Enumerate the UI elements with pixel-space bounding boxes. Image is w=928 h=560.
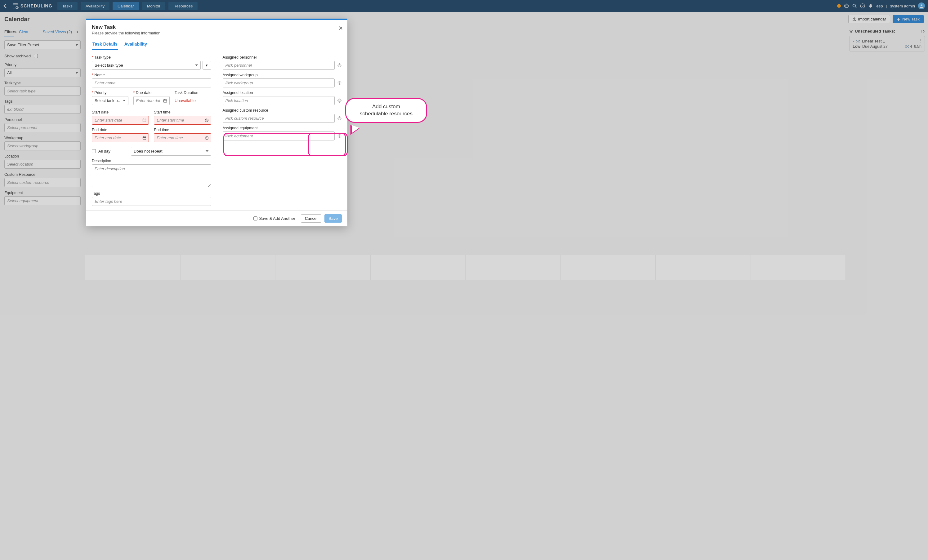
m-workgroup-input[interactable] [223,78,335,87]
m-allday-checkbox[interactable] [92,149,96,153]
modal-tab-details[interactable]: Task Details [92,40,118,50]
m-location-label: Assigned location [223,90,342,95]
gear-icon[interactable] [337,98,342,103]
m-workgroup-label: Assigned workgroup [223,73,342,77]
gear-icon[interactable] [337,63,342,67]
m-allday-label: All day [98,149,110,154]
m-startdate-label: Start date [92,110,149,114]
m-equipment-input[interactable] [223,131,335,140]
m-duration-value: Unavailable [175,96,211,103]
callout-line: schedulable resources [354,110,418,117]
m-starttime-input[interactable] [154,116,211,125]
m-name-label: Name [92,73,211,77]
m-endtime-label: End time [154,128,211,132]
m-tags-input[interactable] [92,197,211,206]
gear-icon[interactable] [337,134,342,138]
gear-icon[interactable] [337,116,342,121]
m-location-input[interactable] [223,96,335,105]
m-custom-label: Assigned custom resource [223,108,342,113]
m-personnel-input[interactable] [223,61,335,70]
modal-title: New Task [92,24,342,31]
m-duration-label: Task Duration [175,90,211,95]
m-personnel-label: Assigned personnel [223,55,342,60]
callout-line: Add custom [354,103,418,110]
m-priority-select[interactable]: Select task p… [92,96,128,105]
m-priority-label: Priority [92,90,128,95]
svg-point-16 [339,100,340,101]
annotation-callout: Add custom schedulable resources [345,98,427,123]
modal-close-icon[interactable]: ✕ [338,25,343,32]
m-enddate-label: End date [92,128,149,132]
modal-subtitle: Please provide the following information [92,31,342,35]
new-task-modal: ✕ New Task Please provide the following … [86,18,347,226]
m-desc-label: Description [92,159,211,163]
m-startdate-input[interactable] [92,116,149,125]
m-tags-label: Tags [92,191,211,196]
svg-point-15 [339,82,340,83]
svg-point-17 [339,117,340,119]
m-tasktype-extra-dropdown[interactable]: ▾ [203,61,211,70]
m-custom-input[interactable] [223,114,335,123]
m-due-label: Due date [133,90,170,95]
m-tasktype-select[interactable]: Select task type [92,61,201,70]
m-desc-textarea[interactable] [92,164,211,187]
m-enddate-input[interactable] [92,133,149,142]
m-equipment-label: Assigned equipment [223,126,342,130]
cancel-button[interactable]: Cancel [301,214,321,223]
gear-icon[interactable] [337,81,342,85]
modal-tab-availability[interactable]: Availability [124,40,148,50]
m-tasktype-label: Task type [92,55,211,60]
m-repeat-select[interactable]: Does not repeat [131,146,211,156]
svg-point-18 [339,135,340,136]
m-due-input[interactable] [133,96,170,105]
save-button[interactable]: Save [324,214,342,223]
m-starttime-label: Start time [154,110,211,114]
m-name-input[interactable] [92,78,211,87]
m-endtime-input[interactable] [154,133,211,142]
save-add-another-checkbox[interactable] [253,217,258,220]
svg-point-14 [339,64,340,66]
save-add-another-label: Save & Add Another [259,216,295,221]
